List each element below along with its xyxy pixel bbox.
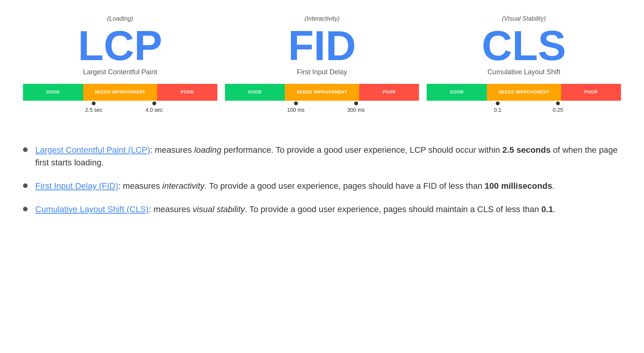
cls-bar-labels: 0.1 0.25: [427, 101, 621, 113]
bullet-text-cls: Cumulative Layout Shift (CLS): measures …: [35, 203, 555, 216]
fid-tick-1: 100 ms: [287, 101, 305, 113]
fid-bar-poor: POOR: [359, 84, 419, 101]
fid-bar-track: GOOD NEEDS IMPROVEMENT POOR: [225, 84, 419, 101]
metric-card-lcp: (Loading) LCP Largest Contentful Paint G…: [23, 15, 217, 124]
lcp-bar-track: GOOD NEEDS IMPROVEMENT POOR: [23, 84, 217, 101]
cls-bar-poor: POOR: [561, 84, 621, 101]
cls-tick-dot-1: [496, 101, 499, 105]
fid-acronym: FID: [288, 25, 356, 67]
cls-bar-track: GOOD NEEDS IMPROVEMENT POOR: [427, 84, 621, 101]
lcp-text-before: : measures: [150, 145, 194, 155]
bullet-dot-fid: [23, 183, 28, 188]
fid-fullname: First Input Delay: [297, 68, 347, 76]
cls-subtitle: (Visual Stability): [502, 15, 545, 22]
lcp-text-after: performance. To provide a good user expe…: [222, 145, 503, 155]
cls-text-end: .: [553, 204, 555, 214]
cls-tick-1: 0.1: [494, 101, 501, 113]
bullet-list: Largest Contentful Paint (LCP): measures…: [23, 144, 621, 216]
lcp-bar-labels: 2.5 sec 4.0 sec: [23, 101, 217, 113]
cls-acronym: CLS: [482, 25, 566, 67]
cls-link[interactable]: Cumulative Layout Shift (CLS): [35, 204, 149, 214]
lcp-italic: loading: [194, 145, 222, 155]
fid-text-after: . To provide a good user experience, pag…: [204, 181, 485, 191]
bullet-item-lcp: Largest Contentful Paint (LCP): measures…: [23, 144, 621, 169]
bullet-text-fid: First Input Delay (FID): measures intera…: [35, 180, 555, 192]
cls-bar-container: GOOD NEEDS IMPROVEMENT POOR 0.1 0.25: [427, 84, 621, 113]
cls-tick-2: 0.25: [553, 101, 563, 113]
lcp-subtitle: (Loading): [107, 15, 133, 22]
fid-bar-labels: 100 ms 300 ms: [225, 101, 419, 113]
metric-card-cls: (Visual Stability) CLS Cumulative Layout…: [427, 15, 621, 124]
fid-bar-needs: NEEDS IMPROVEMENT: [285, 84, 359, 101]
cls-tick-label-2: 0.25: [553, 107, 563, 113]
lcp-bar-needs: NEEDS IMPROVEMENT: [83, 84, 158, 101]
bullet-item-fid: First Input Delay (FID): measures intera…: [23, 180, 621, 192]
bullet-dot-cls: [23, 207, 28, 211]
lcp-tick-1: 2.5 sec: [85, 101, 102, 113]
bullet-text-lcp: Largest Contentful Paint (LCP): measures…: [35, 144, 621, 169]
lcp-tick-label-2: 4.0 sec: [145, 107, 163, 113]
lcp-acronym: LCP: [78, 25, 162, 67]
bullet-item-cls: Cumulative Layout Shift (CLS): measures …: [23, 203, 621, 216]
cls-text-after: . To provide a good user experience, pag…: [245, 204, 542, 214]
fid-subtitle: (Interactivity): [304, 15, 340, 22]
lcp-fullname: Largest Contentful Paint: [83, 68, 157, 76]
cls-tick-dot-2: [556, 101, 560, 105]
cls-bar-good: GOOD: [427, 84, 487, 101]
metric-card-fid: (Interactivity) FID First Input Delay GO…: [225, 15, 419, 124]
fid-tick-label-2: 300 ms: [347, 107, 365, 113]
fid-tick-label-1: 100 ms: [287, 107, 305, 113]
lcp-tick-dot-2: [152, 101, 156, 105]
cls-italic: visual stability: [193, 204, 245, 214]
fid-italic: interactivity: [162, 181, 204, 191]
lcp-link[interactable]: Largest Contentful Paint (LCP): [35, 145, 150, 155]
lcp-tick-label-1: 2.5 sec: [85, 107, 102, 113]
fid-text-before: : measures: [118, 181, 162, 191]
cls-tick-label-1: 0.1: [494, 107, 501, 113]
fid-text-end: .: [552, 181, 554, 191]
fid-bar-good: GOOD: [225, 84, 285, 101]
fid-link[interactable]: First Input Delay (FID): [35, 181, 118, 191]
lcp-bold: 2.5 seconds: [502, 145, 550, 155]
fid-tick-dot-2: [354, 101, 358, 105]
cls-fullname: Cumulative Layout Shift: [488, 68, 560, 76]
fid-bold: 100 milliseconds: [485, 181, 552, 191]
cls-bar-needs: NEEDS IMPROVEMENT: [487, 84, 561, 101]
lcp-bar-good: GOOD: [23, 84, 83, 101]
fid-tick-2: 300 ms: [347, 101, 365, 113]
lcp-tick-2: 4.0 sec: [145, 101, 163, 113]
metrics-row: (Loading) LCP Largest Contentful Paint G…: [23, 15, 621, 124]
lcp-tick-dot-1: [92, 101, 96, 105]
fid-bar-container: GOOD NEEDS IMPROVEMENT POOR 100 ms 300 m…: [225, 84, 419, 113]
bullet-dot-lcp: [23, 147, 28, 152]
lcp-bar-container: GOOD NEEDS IMPROVEMENT POOR 2.5 sec 4.0 …: [23, 84, 217, 113]
cls-bold: 0.1: [541, 204, 553, 214]
lcp-bar-poor: POOR: [157, 84, 217, 101]
cls-text-before: : measures: [149, 204, 193, 214]
fid-tick-dot-1: [294, 101, 298, 105]
